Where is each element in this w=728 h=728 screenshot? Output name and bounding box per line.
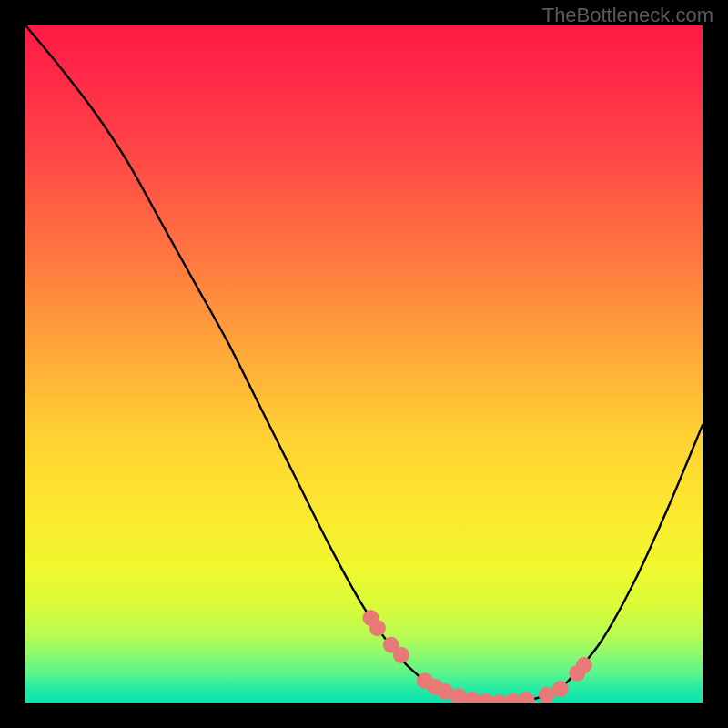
curve-layer <box>25 25 703 703</box>
data-point <box>552 681 569 697</box>
attribution-text: TheBottleneck.com <box>542 4 713 27</box>
data-point <box>576 657 592 673</box>
data-point <box>369 620 386 636</box>
bottleneck-curve <box>25 25 703 703</box>
plot-area <box>25 25 703 703</box>
chart-frame: TheBottleneck.com <box>0 0 728 728</box>
data-point <box>519 692 535 703</box>
data-point <box>393 647 410 663</box>
data-points <box>362 610 592 703</box>
